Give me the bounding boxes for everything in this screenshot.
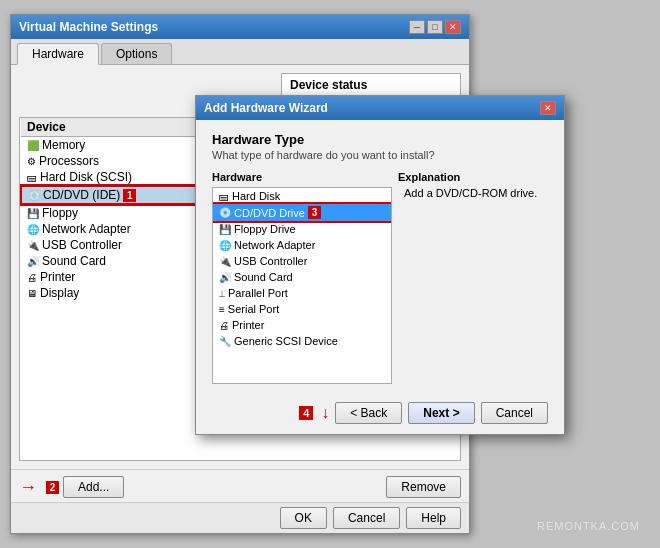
hardware-list-item[interactable]: ≡Serial Port — [213, 301, 391, 317]
device-status-label: Device status — [290, 78, 452, 92]
explanation-text: Add a DVD/CD-ROM drive. — [404, 187, 548, 199]
marker-2: 2 — [46, 481, 59, 494]
wizard-title: Add Hardware Wizard — [204, 101, 328, 115]
tab-options[interactable]: Options — [101, 43, 172, 64]
wizard-title-bar: Add Hardware Wizard ✕ — [196, 96, 564, 120]
hardware-list-item[interactable]: 🌐Network Adapter — [213, 237, 391, 253]
close-button[interactable]: ✕ — [445, 20, 461, 34]
wizard-title-controls: ✕ — [540, 101, 556, 115]
wizard-footer: 4 ↓ < Back Next > Cancel — [196, 396, 564, 434]
remove-button[interactable]: Remove — [386, 476, 461, 498]
arrow-marker-4: ↓ — [321, 404, 329, 422]
wizard-body: Hardware Type What type of hardware do y… — [196, 120, 564, 396]
explanation-panel: Add a DVD/CD-ROM drive. — [404, 187, 548, 384]
arrow-marker-2: → — [19, 477, 37, 498]
explanation-panel-label: Explanation — [398, 171, 548, 183]
add-section: → 2 Add... — [19, 476, 124, 498]
hardware-list-item[interactable]: 🖴Hard Disk — [213, 188, 391, 204]
tab-bar: Hardware Options — [11, 39, 469, 65]
wizard-window: Add Hardware Wizard ✕ Hardware Type What… — [195, 95, 565, 435]
main-window-title: Virtual Machine Settings — [19, 20, 158, 34]
wizard-cancel-button[interactable]: Cancel — [481, 402, 548, 424]
wizard-header-title: Hardware Type — [212, 132, 548, 147]
title-bar-controls: ─ □ ✕ — [409, 20, 461, 34]
main-title-bar: Virtual Machine Settings ─ □ ✕ — [11, 15, 469, 39]
hardware-list-item[interactable]: ⟂Parallel Port — [213, 285, 391, 301]
cancel-button-main[interactable]: Cancel — [333, 507, 400, 529]
hardware-list-item[interactable]: 🔌USB Controller — [213, 253, 391, 269]
wizard-panels: 🖴Hard Disk💿CD/DVD Drive3💾Floppy Drive🌐Ne… — [212, 187, 548, 384]
wizard-panel-labels: Hardware Explanation — [212, 171, 548, 183]
wizard-header: Hardware Type What type of hardware do y… — [212, 132, 548, 161]
wizard-header-subtitle: What type of hardware do you want to ins… — [212, 149, 548, 161]
maximize-button[interactable]: □ — [427, 20, 443, 34]
minimize-button[interactable]: ─ — [409, 20, 425, 34]
main-footer: OK Cancel Help — [11, 502, 469, 533]
hardware-list-item[interactable]: 🖨Printer — [213, 317, 391, 333]
help-button[interactable]: Help — [406, 507, 461, 529]
hardware-list-item[interactable]: 🔊Sound Card — [213, 269, 391, 285]
main-bottom: → 2 Add... Remove — [11, 469, 469, 502]
hardware-list-panel[interactable]: 🖴Hard Disk💿CD/DVD Drive3💾Floppy Drive🌐Ne… — [212, 187, 392, 384]
wizard-close-button[interactable]: ✕ — [540, 101, 556, 115]
tab-hardware[interactable]: Hardware — [17, 43, 99, 65]
watermark: REMONTKA.COM — [537, 520, 640, 532]
add-button[interactable]: Add... — [63, 476, 124, 498]
ok-button[interactable]: OK — [280, 507, 327, 529]
back-button[interactable]: < Back — [335, 402, 402, 424]
hardware-list-item[interactable]: 💾Floppy Drive — [213, 221, 391, 237]
marker-4: 4 — [299, 406, 313, 420]
hardware-list-item[interactable]: 💿CD/DVD Drive3 — [213, 204, 391, 221]
next-button[interactable]: Next > — [408, 402, 474, 424]
hardware-panel-label: Hardware — [212, 171, 392, 183]
hardware-list-item[interactable]: 🔧Generic SCSI Device — [213, 333, 391, 349]
